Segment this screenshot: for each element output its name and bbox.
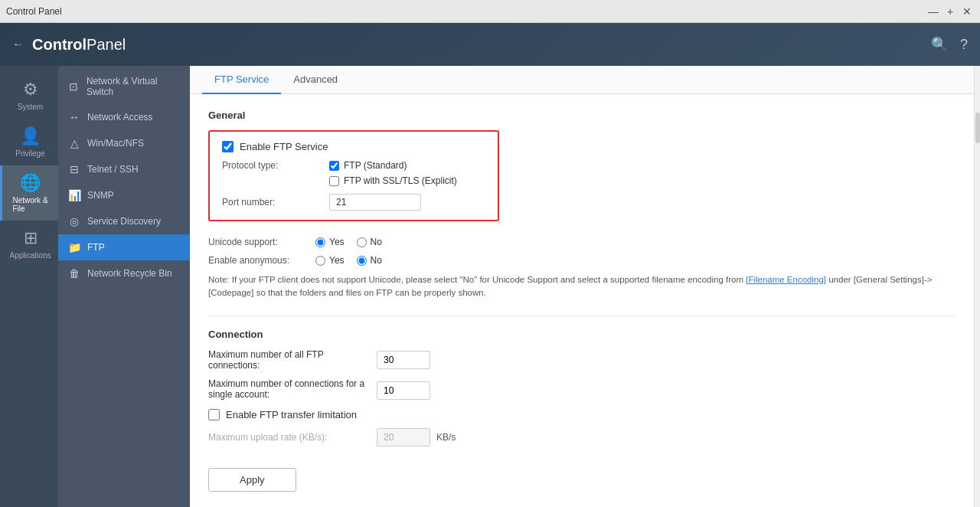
unicode-support-row: Unicode support: Yes No — [208, 237, 956, 247]
network-access-icon: ↔ — [67, 111, 81, 123]
win-mac-nfs-icon: △ — [67, 137, 81, 149]
network-virtual-switch-label: Network & Virtual Switch — [87, 76, 181, 97]
maximize-button[interactable]: + — [943, 5, 957, 18]
anonymous-no-option[interactable]: No — [357, 255, 382, 266]
sidebar-item-applications[interactable]: ⊞ Applications — [0, 221, 58, 267]
privilege-label: Privilege — [15, 149, 44, 158]
max-single-label: Maximum number of connections for asingl… — [208, 378, 377, 400]
enable-transfer-label[interactable]: Enable FTP transfer limitation — [208, 409, 357, 420]
sidebar-item-network-file[interactable]: 🌐 Network &File — [0, 165, 58, 221]
title-bar: Control Panel — + ✕ — [0, 0, 980, 23]
connection-title: Connection — [208, 329, 956, 340]
tab-advanced[interactable]: Advanced — [281, 66, 350, 94]
unicode-no-option[interactable]: No — [357, 237, 382, 247]
max-upload-input[interactable] — [377, 428, 430, 446]
ftp-standard-option[interactable]: FTP (Standard) — [329, 160, 457, 171]
unicode-yes-radio[interactable] — [315, 237, 325, 247]
network-access-label: Network Access — [87, 112, 152, 123]
max-upload-row: Maximum upload rate (KB/s): KB/s — [208, 428, 956, 446]
max-single-row: Maximum number of connections for asingl… — [208, 378, 956, 400]
network-recycle-bin-icon: 🗑 — [67, 267, 81, 280]
enable-ftp-row: Enable FTP Service — [222, 141, 485, 152]
highlighted-box: Enable FTP Service Protocol type: FTP (S… — [208, 130, 499, 221]
protocol-radio-group: FTP (Standard) FTP with SSL/TLS (Explici… — [329, 160, 457, 186]
note-text: Note: If your FTP client does not suppor… — [208, 273, 956, 300]
enable-transfer-checkbox[interactable] — [208, 409, 220, 420]
brand-regular: Panel — [87, 36, 126, 53]
close-button[interactable]: ✕ — [960, 5, 974, 18]
privilege-icon: 👤 — [20, 126, 41, 146]
header-right: 🔍 ? — [931, 36, 968, 53]
title-bar-controls: — + ✕ — [926, 5, 974, 18]
system-label: System — [18, 103, 43, 111]
apply-button-container: Apply — [208, 459, 956, 492]
enable-anonymous-row: Enable anonymous: Yes No — [208, 255, 956, 266]
unicode-support-label: Unicode support: — [208, 237, 315, 247]
header-left: ← ControlPanel — [12, 36, 126, 54]
network-virtual-switch-icon: ⊡ — [67, 80, 80, 93]
general-section: General Enable FTP Service Protoco — [208, 110, 956, 300]
service-discovery-icon: ◎ — [67, 215, 81, 227]
max-all-ftp-input[interactable] — [377, 351, 430, 369]
max-all-ftp-row: Maximum number of all FTP connections: — [208, 349, 956, 371]
minimize-button[interactable]: — — [926, 5, 940, 18]
sidebar-item-privilege[interactable]: 👤 Privilege — [0, 119, 58, 165]
help-icon-button[interactable]: ? — [960, 36, 968, 53]
ftp-icon: 📁 — [67, 241, 81, 254]
telnet-ssh-label: Telnet / SSH — [87, 164, 139, 175]
protocol-type-label: Protocol type: — [222, 160, 329, 171]
anonymous-yes-radio[interactable] — [315, 256, 325, 266]
port-number-label: Port number: — [222, 197, 329, 208]
unicode-yes-option[interactable]: Yes — [315, 237, 345, 247]
content-layout: ⚙ System 👤 Privilege 🌐 Network &File ⊞ A… — [0, 66, 980, 507]
sub-item-service-discovery[interactable]: ◎ Service Discovery — [58, 208, 190, 234]
ftp-ssl-checkbox[interactable] — [329, 176, 339, 186]
brand-bold: Control — [32, 36, 87, 53]
enable-ftp-label[interactable]: Enable FTP Service — [222, 141, 328, 152]
sub-item-win-mac-nfs[interactable]: △ Win/Mac/NFS — [58, 130, 190, 156]
sub-item-network-recycle-bin[interactable]: 🗑 Network Recycle Bin — [58, 260, 190, 286]
tabs-bar: FTP Service Advanced — [190, 66, 974, 94]
ftp-standard-checkbox[interactable] — [329, 161, 339, 171]
applications-label: Applications — [10, 251, 51, 260]
port-number-row: Port number: — [222, 194, 485, 211]
enable-transfer-row: Enable FTP transfer limitation — [208, 409, 956, 420]
ftp-ssl-option[interactable]: FTP with SSL/TLS (Explicit) — [329, 175, 457, 186]
max-upload-unit: KB/s — [436, 432, 456, 443]
telnet-ssh-icon: ⊟ — [67, 163, 81, 175]
anonymous-radio-group: Yes No — [315, 255, 382, 266]
scroll-thumb[interactable] — [975, 113, 980, 143]
enable-ftp-checkbox[interactable] — [222, 141, 234, 152]
tab-ftp-service[interactable]: FTP Service — [202, 66, 281, 94]
snmp-icon: 📊 — [67, 189, 81, 201]
sidebar-item-system[interactable]: ⚙ System — [0, 72, 58, 119]
section-divider — [208, 316, 956, 316]
port-number-input[interactable] — [329, 194, 421, 211]
icon-sidebar: ⚙ System 👤 Privilege 🌐 Network &File ⊞ A… — [0, 66, 58, 507]
apply-button[interactable]: Apply — [208, 468, 296, 492]
max-all-ftp-label: Maximum number of all FTP connections: — [208, 349, 377, 371]
sub-item-network-access[interactable]: ↔ Network Access — [58, 104, 190, 130]
sub-sidebar: ⊡ Network & Virtual Switch ↔ Network Acc… — [58, 66, 190, 507]
anonymous-yes-option[interactable]: Yes — [315, 255, 345, 266]
sub-item-network-virtual-switch[interactable]: ⊡ Network & Virtual Switch — [58, 69, 190, 104]
protocol-type-row: Protocol type: FTP (Standard) FTP with S… — [222, 160, 485, 186]
search-icon-button[interactable]: 🔍 — [931, 36, 948, 53]
applications-icon: ⊞ — [24, 228, 38, 248]
ftp-label: FTP — [87, 242, 105, 253]
max-single-input[interactable] — [377, 381, 430, 400]
filename-encoding-link[interactable]: [Filename Encoding] — [746, 275, 826, 284]
sub-item-ftp[interactable]: 📁 FTP — [58, 234, 190, 260]
header-bar: ← ControlPanel 🔍 ? — [0, 23, 980, 66]
win-mac-nfs-label: Win/Mac/NFS — [87, 138, 144, 149]
app-brand: ControlPanel — [32, 36, 126, 54]
anonymous-no-radio[interactable] — [357, 256, 367, 266]
network-label: Network &File — [12, 196, 47, 213]
enable-anonymous-label: Enable anonymous: — [208, 255, 315, 266]
max-upload-label: Maximum upload rate (KB/s): — [208, 432, 377, 443]
unicode-no-radio[interactable] — [357, 237, 367, 247]
back-button[interactable]: ← — [12, 38, 24, 51]
sub-item-telnet-ssh[interactable]: ⊟ Telnet / SSH — [58, 156, 190, 182]
system-icon: ⚙ — [23, 80, 38, 100]
sub-item-snmp[interactable]: 📊 SNMP — [58, 182, 190, 208]
